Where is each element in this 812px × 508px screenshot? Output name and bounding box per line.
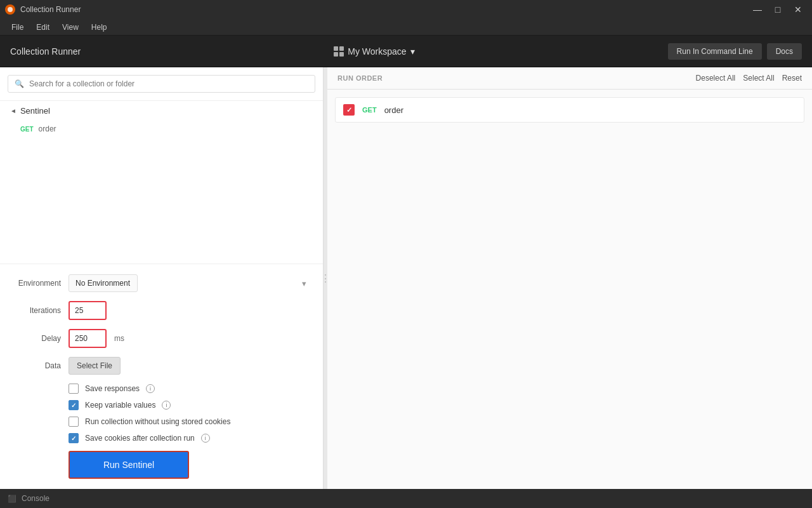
right-panel: RUN ORDER Deselect All Select All Reset … xyxy=(327,67,812,489)
run-item-checkbox[interactable]: ✓ xyxy=(343,104,355,116)
search-input[interactable] xyxy=(29,79,308,88)
svg-point-0 xyxy=(8,7,13,12)
run-order-list: ✓ GET order xyxy=(327,90,812,489)
request-item-order[interactable]: GET order xyxy=(0,121,323,137)
run-order-actions: Deselect All Select All Reset xyxy=(696,74,802,83)
run-order-header: RUN ORDER Deselect All Select All Reset xyxy=(327,67,812,90)
request-name-order: order xyxy=(39,124,56,133)
run-order-label: RUN ORDER xyxy=(337,74,383,82)
no-cookies-checkbox[interactable] xyxy=(69,417,79,427)
window-controls: — □ ✕ xyxy=(749,3,807,17)
menu-view[interactable]: View xyxy=(56,20,85,34)
workspace-name: My Workspace xyxy=(348,46,406,57)
environment-row: Environment No Environment xyxy=(10,274,313,292)
save-cookies-checkbox[interactable]: ✓ xyxy=(69,433,79,443)
menu-file[interactable]: File xyxy=(5,20,30,34)
keep-variable-info-icon[interactable]: i xyxy=(162,401,171,410)
save-cookies-info-icon[interactable]: i xyxy=(201,434,210,443)
run-item-check-icon: ✓ xyxy=(346,106,352,114)
titlebar-title: Collection Runner xyxy=(20,5,749,14)
header: Collection Runner My Workspace ▾ Run In … xyxy=(0,36,812,67)
run-item-order: ✓ GET order xyxy=(335,97,804,123)
save-responses-label: Save responses xyxy=(85,384,140,393)
delay-row: Delay ms xyxy=(10,329,313,348)
main-layout: 🔍 ◄ Sentinel GET order Environment N xyxy=(0,67,812,489)
terminal-icon: ⬛ xyxy=(8,495,16,503)
menubar: File Edit View Help xyxy=(0,19,812,36)
save-responses-row: Save responses i xyxy=(10,384,313,394)
keep-variable-label: Keep variable values xyxy=(85,401,155,410)
collapse-icon: ◄ xyxy=(10,107,16,114)
save-cookies-label: Save cookies after collection run xyxy=(85,434,195,443)
data-row: Data Select File xyxy=(10,357,313,375)
menu-help[interactable]: Help xyxy=(85,20,114,34)
close-button[interactable]: ✕ xyxy=(789,3,807,17)
deselect-all-button[interactable]: Deselect All xyxy=(696,74,736,83)
delay-label: Delay xyxy=(10,334,61,343)
save-responses-checkbox[interactable] xyxy=(69,384,79,394)
search-box: 🔍 xyxy=(8,75,315,93)
workspace-icon xyxy=(334,46,344,57)
left-panel: 🔍 ◄ Sentinel GET order Environment N xyxy=(0,67,324,489)
search-icon: 🔍 xyxy=(15,79,24,88)
environment-select[interactable]: No Environment xyxy=(69,274,138,292)
app-icon xyxy=(5,4,15,15)
collection-item-sentinel[interactable]: ◄ Sentinel xyxy=(0,101,323,121)
delay-input[interactable] xyxy=(69,329,107,348)
environment-select-wrap: No Environment xyxy=(69,274,313,292)
minimize-button[interactable]: — xyxy=(749,3,766,17)
workspace-selector[interactable]: My Workspace ▾ xyxy=(81,46,667,57)
iterations-row: Iterations xyxy=(10,301,313,320)
collection-list: ◄ Sentinel GET order xyxy=(0,101,323,264)
save-responses-info-icon[interactable]: i xyxy=(146,384,155,393)
check-icon-2: ✓ xyxy=(71,435,76,442)
run-item-name: order xyxy=(384,105,403,115)
titlebar: Collection Runner — □ ✕ xyxy=(0,0,812,19)
bottom-bar: ⬛ Console xyxy=(0,489,812,508)
console-label[interactable]: Console xyxy=(22,494,49,503)
reset-button[interactable]: Reset xyxy=(782,74,802,83)
run-sentinel-button[interactable]: Run Sentinel xyxy=(69,451,189,479)
iterations-label: Iterations xyxy=(10,306,61,315)
select-file-button[interactable]: Select File xyxy=(69,357,121,375)
docs-button[interactable]: Docs xyxy=(767,43,802,60)
run-command-line-button[interactable]: Run In Command Line xyxy=(668,43,762,60)
iterations-input[interactable] xyxy=(69,301,107,320)
panel-divider[interactable] xyxy=(324,67,327,489)
header-actions: Run In Command Line Docs xyxy=(668,43,802,60)
no-cookies-label: Run collection without using stored cook… xyxy=(85,417,230,426)
header-title: Collection Runner xyxy=(10,46,81,57)
select-all-button[interactable]: Select All xyxy=(743,74,774,83)
keep-variable-checkbox[interactable]: ✓ xyxy=(69,400,79,410)
collection-name: Sentinel xyxy=(20,106,50,116)
chevron-down-icon: ▾ xyxy=(410,46,415,57)
method-badge-get: GET xyxy=(20,126,34,133)
check-icon: ✓ xyxy=(71,402,76,409)
config-area: Environment No Environment Iterations De… xyxy=(0,264,323,489)
save-cookies-row: ✓ Save cookies after collection run i xyxy=(10,433,313,443)
environment-label: Environment xyxy=(10,279,61,288)
search-area: 🔍 xyxy=(0,67,323,101)
run-item-method: GET xyxy=(362,106,377,114)
maximize-button[interactable]: □ xyxy=(769,3,787,17)
data-label: Data xyxy=(10,361,61,370)
no-cookies-row: Run collection without using stored cook… xyxy=(10,417,313,427)
keep-variable-row: ✓ Keep variable values i xyxy=(10,400,313,410)
delay-unit: ms xyxy=(114,334,124,343)
menu-edit[interactable]: Edit xyxy=(30,20,56,34)
